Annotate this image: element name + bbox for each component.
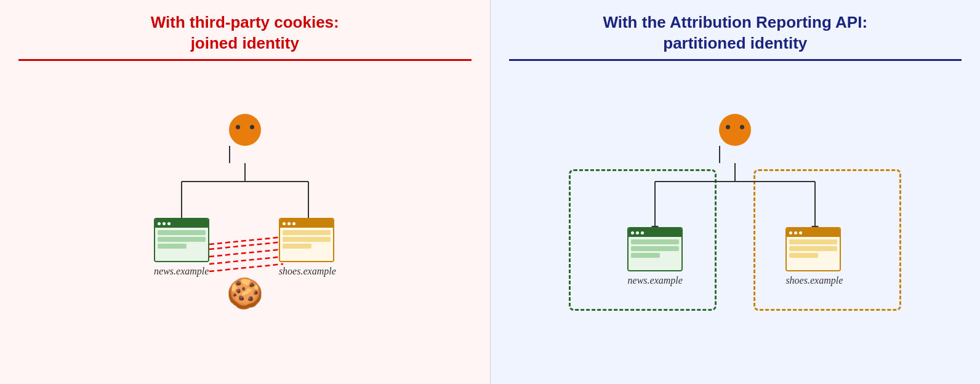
dot1 xyxy=(789,231,792,234)
dot3 xyxy=(641,231,644,234)
person-head-left xyxy=(229,114,261,146)
person-body-right xyxy=(719,146,720,163)
right-title-line2: partitioned identity xyxy=(663,34,807,52)
browser-shoes-right xyxy=(785,227,841,271)
line3 xyxy=(283,244,311,249)
dot3 xyxy=(799,231,802,234)
label-news-left: news.example xyxy=(154,266,209,277)
browser-bar-shoes-right xyxy=(787,228,840,237)
dot2 xyxy=(287,222,291,225)
left-title-line2: joined identity xyxy=(191,34,299,52)
line3 xyxy=(631,253,660,258)
left-diagram-container: news.example shoes.example xyxy=(97,108,393,335)
browser-content-news-right xyxy=(629,237,681,270)
line1 xyxy=(631,239,679,244)
svg-line-10 xyxy=(209,264,283,271)
line2 xyxy=(283,237,331,242)
dot1 xyxy=(283,222,286,225)
browser-content-news-left xyxy=(155,228,208,261)
dot2 xyxy=(163,222,166,225)
browser-news-right xyxy=(627,227,683,271)
left-panel: With third-party cookies: joined identit… xyxy=(0,0,491,384)
label-news-right: news.example xyxy=(627,275,683,286)
browser-shoes-left xyxy=(279,218,334,262)
line1 xyxy=(283,230,331,235)
right-browser-news-container: news.example xyxy=(627,227,683,286)
browser-bar-news-left xyxy=(155,219,208,228)
label-shoes-left: shoes.example xyxy=(279,266,336,277)
browser-bar-shoes-left xyxy=(280,219,333,228)
left-diagram: news.example shoes.example xyxy=(18,72,472,372)
right-diagram-container: news.example shoes.example xyxy=(556,108,914,335)
label-shoes-right: shoes.example xyxy=(785,275,843,286)
left-browser-shoes-container: shoes.example xyxy=(279,218,336,277)
right-panel: With the Attribution Reporting API: part… xyxy=(491,0,981,384)
left-divider xyxy=(18,59,472,61)
right-diagram: news.example shoes.example xyxy=(509,72,962,372)
svg-line-8 xyxy=(209,249,283,257)
right-title: With the Attribution Reporting API: part… xyxy=(603,12,867,54)
left-browser-news-container: news.example xyxy=(154,218,209,277)
right-divider xyxy=(509,59,962,61)
line2 xyxy=(789,246,837,251)
person-body-left xyxy=(229,146,230,163)
cookie-icon: 🍪 xyxy=(227,276,263,311)
right-browser-shoes-container: shoes.example xyxy=(785,227,843,286)
dot3 xyxy=(292,222,295,225)
line3 xyxy=(789,253,818,258)
svg-line-11 xyxy=(209,237,283,244)
line1 xyxy=(158,230,206,235)
dot1 xyxy=(631,231,634,234)
browser-bar-news-right xyxy=(629,228,681,237)
dot3 xyxy=(167,222,171,225)
left-person xyxy=(229,114,261,163)
browser-content-shoes-right xyxy=(787,237,840,270)
left-title: With third-party cookies: joined identit… xyxy=(151,12,339,54)
line2 xyxy=(158,237,206,242)
right-title-line1: With the Attribution Reporting API: xyxy=(603,13,867,31)
svg-line-7 xyxy=(209,242,283,249)
dot2 xyxy=(636,231,639,234)
browser-news-left xyxy=(154,218,209,262)
browser-content-shoes-left xyxy=(280,228,333,261)
line3 xyxy=(158,244,187,249)
svg-line-9 xyxy=(209,257,283,264)
dot2 xyxy=(794,231,797,234)
line2 xyxy=(631,246,679,251)
line1 xyxy=(789,239,837,244)
left-title-line1: With third-party cookies: xyxy=(151,13,339,31)
dot1 xyxy=(158,222,161,225)
person-head-right xyxy=(719,114,751,146)
right-person xyxy=(719,114,751,163)
